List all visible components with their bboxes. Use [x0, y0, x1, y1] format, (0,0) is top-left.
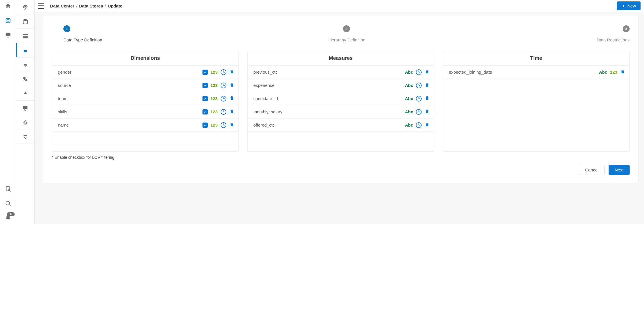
- subnav-item-8[interactable]: API: [16, 115, 34, 129]
- trash-icon[interactable]: [425, 122, 430, 128]
- home-icon[interactable]: [5, 3, 11, 9]
- trash-icon[interactable]: [425, 95, 430, 102]
- dimension-row: [52, 132, 238, 143]
- string-type-icon[interactable]: Abc: [405, 83, 413, 88]
- lov-checkbox[interactable]: [202, 83, 208, 88]
- hamburger-icon[interactable]: [38, 3, 44, 9]
- new-button-label: New: [627, 3, 636, 8]
- left-rail: 146: [0, 0, 16, 224]
- step-3[interactable]: 3 Data Restrictions: [441, 25, 630, 42]
- dimension-row: skills 123: [52, 105, 238, 119]
- lov-checkbox[interactable]: [202, 70, 208, 75]
- new-button[interactable]: New: [617, 1, 641, 10]
- string-type-icon[interactable]: Abc: [405, 123, 413, 127]
- measure-name: offered_ctc: [253, 123, 402, 127]
- subnav-item-4[interactable]: </>: [16, 58, 34, 72]
- trash-icon[interactable]: [425, 82, 430, 88]
- lov-checkbox[interactable]: [202, 109, 208, 114]
- search-icon[interactable]: [5, 200, 11, 207]
- step-2-circle: 2: [343, 25, 350, 32]
- trash-icon[interactable]: [620, 69, 625, 75]
- string-type-icon[interactable]: Abc: [405, 96, 413, 101]
- lov-checkbox[interactable]: [202, 96, 208, 101]
- trash-icon[interactable]: [229, 95, 234, 102]
- measures-panel: Measures previous_ctc Abc experience Abc: [247, 51, 434, 152]
- dimensions-rows[interactable]: gender 123 source 123: [52, 66, 238, 146]
- step-3-circle: 3: [623, 25, 630, 32]
- step-3-label: Data Restrictions: [597, 37, 630, 42]
- svg-point-4: [6, 201, 10, 205]
- subnav-item-1[interactable]: [16, 14, 34, 29]
- step-2[interactable]: 2 Hierarchy Definition: [252, 25, 441, 42]
- step-2-label: Hierarchy Definition: [328, 37, 365, 42]
- subnav-item-9[interactable]: [16, 129, 34, 144]
- data-center-icon[interactable]: [5, 17, 11, 24]
- number-type-icon[interactable]: 123: [211, 83, 218, 88]
- step-1[interactable]: 1 Data Type Definition: [52, 25, 252, 42]
- plus-icon: [622, 4, 626, 8]
- clock-icon[interactable]: [221, 122, 226, 128]
- doc-search-icon[interactable]: [5, 186, 11, 192]
- presentation-icon[interactable]: [5, 32, 11, 38]
- svg-point-15: [24, 109, 26, 110]
- number-type-icon[interactable]: 123: [211, 96, 218, 101]
- number-type-icon[interactable]: 123: [211, 123, 218, 127]
- trash-icon[interactable]: [425, 69, 430, 75]
- clock-icon[interactable]: [221, 96, 226, 102]
- trash-icon[interactable]: [229, 122, 234, 128]
- dimension-row: source 123: [52, 79, 238, 92]
- clock-icon[interactable]: [221, 109, 226, 115]
- number-type-icon[interactable]: 123: [211, 70, 218, 75]
- subnav-item-6[interactable]: [16, 86, 34, 101]
- measure-row: previous_ctc Abc: [248, 66, 434, 79]
- subnav-item-3[interactable]: [16, 43, 34, 58]
- measures-title: Measures: [248, 51, 434, 66]
- trash-icon[interactable]: [425, 109, 430, 115]
- step-1-circle: 1: [63, 25, 70, 32]
- clock-icon[interactable]: [416, 96, 422, 102]
- measures-rows[interactable]: previous_ctc Abc experience Abc: [248, 66, 434, 146]
- trash-icon[interactable]: [229, 109, 234, 115]
- trash-icon[interactable]: [229, 82, 234, 88]
- subnav-item-0[interactable]: [16, 0, 34, 14]
- clock-icon[interactable]: [416, 109, 422, 115]
- breadcrumb-seg-2[interactable]: Data Stores: [79, 3, 103, 8]
- measure-name: previous_ctc: [253, 70, 402, 75]
- next-button[interactable]: Next: [609, 165, 630, 175]
- string-type-icon[interactable]: Abc: [599, 70, 607, 75]
- number-type-icon[interactable]: 123: [211, 109, 218, 114]
- number-type-icon[interactable]: 123: [610, 70, 617, 75]
- time-rows[interactable]: expected_joining_date Abc 123: [443, 66, 629, 146]
- cancel-button[interactable]: Cancel: [579, 165, 605, 175]
- clock-icon[interactable]: [221, 69, 226, 75]
- measure-row: monthly_salary Abc: [248, 105, 434, 119]
- dimension-row: team 123: [52, 92, 238, 105]
- breadcrumb-seg-1[interactable]: Data Center: [50, 3, 74, 8]
- subnav-item-7[interactable]: [16, 101, 34, 115]
- clock-icon[interactable]: [416, 69, 422, 75]
- measure-row: experience Abc: [248, 79, 434, 92]
- action-bar: Cancel Next: [52, 165, 630, 175]
- string-type-icon[interactable]: Abc: [405, 109, 413, 114]
- topbar: Data Center / Data Stores / Update New: [35, 0, 644, 12]
- svg-rect-7: [23, 34, 28, 35]
- measure-name: monthly_salary: [253, 109, 402, 114]
- string-type-icon[interactable]: Abc: [405, 70, 413, 75]
- trash-icon[interactable]: [229, 69, 234, 75]
- subnav-item-2[interactable]: [16, 29, 34, 43]
- bell-icon[interactable]: 146: [5, 215, 11, 221]
- time-row: expected_joining_date Abc 123: [443, 66, 629, 79]
- time-panel: Time expected_joining_date Abc 123: [443, 51, 630, 152]
- clock-icon[interactable]: [221, 83, 226, 88]
- breadcrumb-seg-3[interactable]: Update: [108, 3, 122, 8]
- dimension-row: name 123: [52, 119, 238, 132]
- dimensions-title: Dimensions: [52, 51, 238, 66]
- clock-icon[interactable]: [416, 122, 422, 128]
- svg-text:API: API: [24, 124, 26, 125]
- clock-icon[interactable]: [416, 83, 422, 88]
- measure-row: candidate_id Abc: [248, 92, 434, 105]
- svg-rect-8: [23, 36, 28, 37]
- lov-checkbox[interactable]: [202, 123, 208, 128]
- subnav-item-5[interactable]: [16, 72, 34, 86]
- svg-point-10: [24, 49, 27, 50]
